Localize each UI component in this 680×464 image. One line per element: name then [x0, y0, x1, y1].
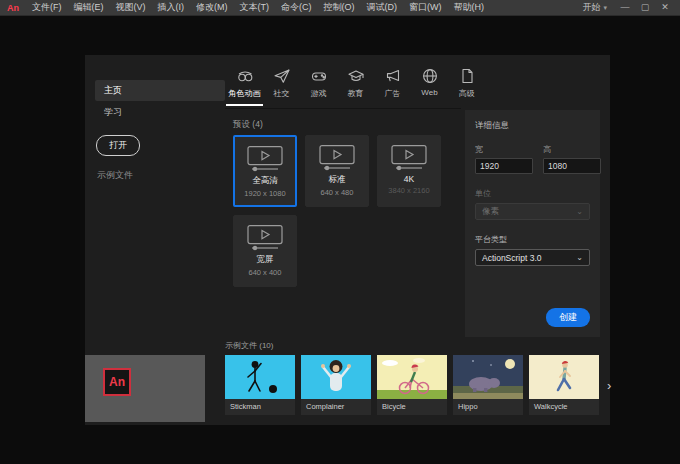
- preset-widescreen[interactable]: 宽屏 640 x 400: [233, 215, 297, 287]
- sidebar-item-learn[interactable]: 学习: [95, 102, 225, 123]
- sample-files-header: 示例文件 (10): [225, 340, 273, 351]
- stage-preset-icon: [319, 145, 355, 171]
- preset-name: 标准: [329, 174, 346, 186]
- height-input[interactable]: [543, 158, 601, 174]
- sample-hippo[interactable]: Hippo: [453, 355, 523, 415]
- tab-education[interactable]: 教育: [337, 67, 374, 106]
- sample-bicycle[interactable]: Bicycle: [377, 355, 447, 415]
- stickman-thumbnail: [225, 355, 295, 399]
- dimension-fields: 宽 高: [475, 144, 590, 174]
- walkcycle-thumbnail: [529, 355, 599, 399]
- animate-branding-card: An: [85, 355, 205, 422]
- hippo-thumbnail: [453, 355, 523, 399]
- face-icon: [236, 67, 254, 85]
- paper-plane-icon: [273, 67, 291, 85]
- units-label: 单位: [475, 188, 590, 199]
- menu-file[interactable]: 文件(F): [26, 0, 68, 15]
- width-input[interactable]: [475, 158, 533, 174]
- menu-commands[interactable]: 命令(C): [275, 0, 318, 15]
- tab-label: 社交: [272, 87, 292, 100]
- tabs-divider: [225, 108, 461, 109]
- menu-control[interactable]: 控制(O): [318, 0, 361, 15]
- menu-modify[interactable]: 修改(M): [190, 0, 234, 15]
- sample-label: Bicycle: [377, 399, 447, 415]
- maximize-button[interactable]: ▢: [635, 0, 655, 15]
- menu-text[interactable]: 文本(T): [234, 0, 276, 15]
- menu-window[interactable]: 窗口(W): [403, 0, 448, 15]
- create-button[interactable]: 创建: [546, 308, 590, 327]
- stage-preset-icon: [247, 225, 283, 251]
- preset-size: 1920 x 1080: [244, 189, 285, 198]
- tab-character-animation[interactable]: 角色动画: [226, 67, 263, 106]
- animate-logo-badge: An: [103, 368, 131, 396]
- graduation-cap-icon: [347, 67, 365, 85]
- tab-advanced[interactable]: 高级: [448, 67, 485, 106]
- menu-debug[interactable]: 调试(D): [361, 0, 404, 15]
- chevron-down-icon: ⌄: [576, 253, 583, 262]
- chevron-down-icon: ⌄: [576, 207, 583, 216]
- sidebar-item-home[interactable]: 主页: [95, 80, 225, 101]
- sample-label: Complainer: [301, 399, 371, 415]
- platform-label: 平台类型: [475, 234, 590, 245]
- preset-size: 3840 x 2160: [388, 186, 429, 195]
- width-label: 宽: [475, 144, 533, 155]
- menu-edit[interactable]: 编辑(E): [68, 0, 110, 15]
- chevron-down-icon: ▾: [603, 4, 607, 12]
- sample-complainer[interactable]: Complainer: [301, 355, 371, 415]
- details-panel: 详细信息 宽 高 单位 像素 ⌄ 平台类型 ActionScript 3.0 ⌄…: [465, 110, 600, 337]
- globe-icon: [421, 67, 439, 85]
- sample-walkcycle[interactable]: Walkcycle: [529, 355, 599, 415]
- minimize-button[interactable]: —: [615, 0, 635, 15]
- tab-label: 广告: [383, 87, 403, 100]
- tab-web[interactable]: Web: [411, 67, 448, 106]
- workspace-switcher[interactable]: 开始 ▾: [574, 1, 615, 14]
- tab-label: 高级: [457, 87, 477, 100]
- details-title: 详细信息: [475, 120, 590, 132]
- samples-next-chevron-icon[interactable]: ›: [605, 378, 611, 393]
- platform-select[interactable]: ActionScript 3.0 ⌄: [475, 249, 590, 266]
- complainer-thumbnail: [301, 355, 371, 399]
- tab-label: 教育: [346, 87, 366, 100]
- sample-label: Hippo: [453, 399, 523, 415]
- close-button[interactable]: ✕: [655, 0, 675, 15]
- preset-fullhd[interactable]: 全高清 1920 x 1080: [233, 135, 297, 207]
- tab-game[interactable]: 游戏: [300, 67, 337, 106]
- stage-preset-icon: [391, 145, 427, 171]
- units-value: 像素: [482, 206, 499, 218]
- tab-label: 角色动画: [227, 87, 263, 100]
- app-stage: 主页 学习 打开 示例文件 An 角色动画 社交: [0, 16, 680, 464]
- preset-name: 全高清: [252, 175, 278, 187]
- presets-header: 预设 (4): [233, 119, 263, 131]
- sample-label: Stickman: [225, 399, 295, 415]
- units-select: 像素 ⌄: [475, 203, 590, 220]
- preset-name: 宽屏: [257, 254, 274, 266]
- preset-size: 640 x 400: [249, 268, 282, 277]
- preset-grid: 全高清 1920 x 1080 标准 640 x 480: [233, 135, 457, 287]
- tab-social[interactable]: 社交: [263, 67, 300, 106]
- document-icon: [458, 67, 476, 85]
- tab-ads[interactable]: 广告: [374, 67, 411, 106]
- stage-preset-icon: [247, 146, 283, 172]
- platform-value: ActionScript 3.0: [482, 253, 542, 263]
- preset-size: 640 x 480: [321, 188, 354, 197]
- sample-files-row: Stickman Complainer: [225, 355, 611, 415]
- menu-view[interactable]: 视图(V): [110, 0, 152, 15]
- bicycle-thumbnail: [377, 355, 447, 399]
- menubar: An 文件(F) 编辑(E) 视图(V) 插入(I) 修改(M) 文本(T) 命…: [0, 0, 680, 16]
- preset-standard[interactable]: 标准 640 x 480: [305, 135, 369, 207]
- open-button[interactable]: 打开: [96, 135, 140, 156]
- preset-4k[interactable]: 4K 3840 x 2160: [377, 135, 441, 207]
- menu-help[interactable]: 帮助(H): [448, 0, 491, 15]
- sample-label: Walkcycle: [529, 399, 599, 415]
- preset-name: 4K: [404, 174, 414, 184]
- menu-insert[interactable]: 插入(I): [152, 0, 191, 15]
- welcome-screen: 主页 学习 打开 示例文件 An 角色动画 社交: [85, 55, 610, 425]
- megaphone-icon: [384, 67, 402, 85]
- workspace-label: 开始: [582, 1, 600, 14]
- category-tabs: 角色动画 社交 游戏: [226, 67, 485, 106]
- sample-stickman[interactable]: Stickman: [225, 355, 295, 415]
- sidebar-sample-files-link[interactable]: 示例文件: [97, 169, 133, 182]
- tab-label: 游戏: [309, 87, 329, 100]
- tab-label: Web: [419, 87, 439, 98]
- animate-logo-icon: An: [7, 3, 19, 13]
